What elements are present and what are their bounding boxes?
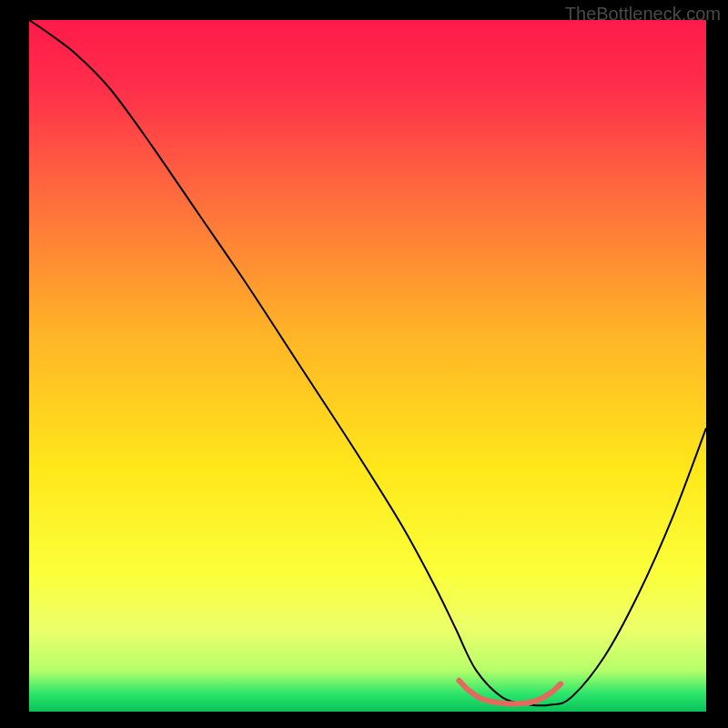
- chart-area: [29, 20, 706, 712]
- watermark-text: TheBottleneck.com: [565, 4, 721, 25]
- chart-svg: [29, 20, 706, 712]
- chart-background: [29, 20, 706, 712]
